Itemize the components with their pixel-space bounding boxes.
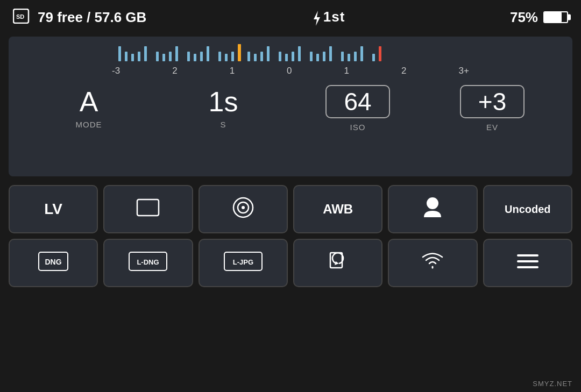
uncoded-button[interactable]: Uncoded <box>483 185 572 233</box>
controls-row: A MODE 1s S 64 ISO +3 EV <box>22 85 559 132</box>
lv-button[interactable]: LV <box>9 185 98 233</box>
battery-area: 75% <box>510 9 568 26</box>
svg-rect-13 <box>194 54 196 61</box>
svg-rect-30 <box>323 52 325 61</box>
svg-rect-36 <box>372 54 375 61</box>
sync-icon <box>327 251 349 275</box>
aspect-icon <box>136 198 160 220</box>
svg-point-42 <box>427 197 438 209</box>
svg-rect-52 <box>517 260 539 262</box>
uncoded-label: Uncoded <box>505 203 551 216</box>
svg-rect-29 <box>316 54 319 61</box>
svg-rect-37 <box>379 46 381 61</box>
ljpg-icon: L-JPG <box>224 252 263 274</box>
svg-rect-4 <box>125 52 127 61</box>
svg-rect-38 <box>137 199 159 216</box>
svg-text:L-DNG: L-DNG <box>137 258 159 266</box>
svg-rect-27 <box>298 46 301 61</box>
svg-rect-3 <box>118 46 121 61</box>
awb-label: AWB <box>323 202 353 217</box>
svg-rect-8 <box>156 52 159 61</box>
meter-label-plus2: 2 <box>401 66 406 76</box>
face-detect-button[interactable] <box>388 185 477 233</box>
sync-button[interactable] <box>293 239 382 287</box>
ldng-icon: L-DNG <box>129 252 167 274</box>
meter-label-minus3: -3 <box>112 66 120 76</box>
ljpg-button[interactable]: L-JPG <box>199 239 288 287</box>
iso-control[interactable]: 64 ISO <box>290 85 425 132</box>
viewfinder-icon <box>231 196 255 223</box>
mode-control[interactable]: A MODE <box>22 88 156 129</box>
svg-rect-34 <box>354 52 357 61</box>
mode-value: A <box>80 88 98 116</box>
button-grid: LV AWB Uncode <box>9 185 572 287</box>
storage-text: 79 free / 57.6 GB <box>38 9 146 26</box>
svg-rect-21 <box>254 54 257 61</box>
meter-labels: -3 2 1 0 1 2 3+ <box>108 66 473 76</box>
svg-rect-33 <box>348 54 350 61</box>
svg-marker-50 <box>335 261 339 265</box>
wifi-button[interactable] <box>388 239 477 287</box>
meter-label-1: 1 <box>230 66 235 76</box>
svg-rect-20 <box>247 52 250 61</box>
svg-rect-26 <box>292 52 294 61</box>
svg-rect-23 <box>267 46 270 61</box>
svg-rect-5 <box>131 54 134 61</box>
menu-button[interactable] <box>483 239 572 287</box>
svg-rect-6 <box>138 52 140 61</box>
svg-rect-14 <box>200 52 203 61</box>
meter-ticks <box>108 44 473 63</box>
svg-rect-32 <box>341 52 344 61</box>
svg-rect-35 <box>360 46 363 61</box>
face-icon <box>422 196 443 223</box>
svg-rect-31 <box>329 46 332 61</box>
svg-rect-15 <box>207 46 209 61</box>
viewfinder-button[interactable] <box>199 185 288 233</box>
ldng-button[interactable]: L-DNG <box>103 239 193 287</box>
dng-icon: DNG <box>38 252 68 274</box>
svg-rect-18 <box>231 52 234 61</box>
svg-rect-22 <box>260 52 263 61</box>
svg-rect-10 <box>169 52 172 61</box>
flash-info: 1st <box>311 9 345 25</box>
dng-button[interactable]: DNG <box>9 239 98 287</box>
svg-rect-25 <box>285 54 288 61</box>
svg-text:SD: SD <box>16 13 24 20</box>
sd-icon: SD <box>13 9 30 26</box>
svg-rect-7 <box>144 46 147 61</box>
iso-label: ISO <box>350 123 366 132</box>
svg-rect-17 <box>225 54 228 61</box>
flash-label: 1st <box>311 9 345 25</box>
menu-icon <box>517 253 539 273</box>
svg-text:L-JPG: L-JPG <box>233 258 253 266</box>
svg-rect-51 <box>517 254 539 256</box>
svg-rect-24 <box>279 52 281 61</box>
svg-point-41 <box>242 206 245 209</box>
shutter-label: S <box>220 120 226 129</box>
svg-rect-28 <box>310 52 313 61</box>
meter-label-plus1: 1 <box>344 66 349 76</box>
wifi-icon <box>420 252 445 274</box>
svg-rect-53 <box>517 266 539 268</box>
svg-text:DNG: DNG <box>45 258 62 266</box>
awb-button[interactable]: AWB <box>293 185 382 233</box>
svg-rect-9 <box>162 54 165 61</box>
shutter-control[interactable]: 1s S <box>156 88 290 129</box>
svg-rect-49 <box>330 253 342 268</box>
svg-rect-12 <box>187 52 190 61</box>
svg-rect-19 <box>238 44 241 61</box>
ev-control[interactable]: +3 EV <box>425 85 559 132</box>
shutter-value: 1s <box>209 88 238 116</box>
meter-label-2: 2 <box>172 66 177 76</box>
svg-rect-11 <box>175 46 178 61</box>
battery-percent: 75% <box>510 9 538 26</box>
mode-label: MODE <box>76 120 102 129</box>
aspect-button[interactable] <box>103 185 193 233</box>
svg-rect-16 <box>218 52 221 61</box>
meter-label-plus3: 3+ <box>459 66 469 76</box>
lv-label: LV <box>44 201 62 218</box>
ev-label: EV <box>486 123 498 132</box>
status-left: SD 79 free / 57.6 GB <box>13 9 146 26</box>
meter-label-0: 0 <box>287 66 292 76</box>
camera-panel: -3 2 1 0 1 2 3+ A MODE 1s S 64 ISO +3 EV <box>9 37 572 176</box>
